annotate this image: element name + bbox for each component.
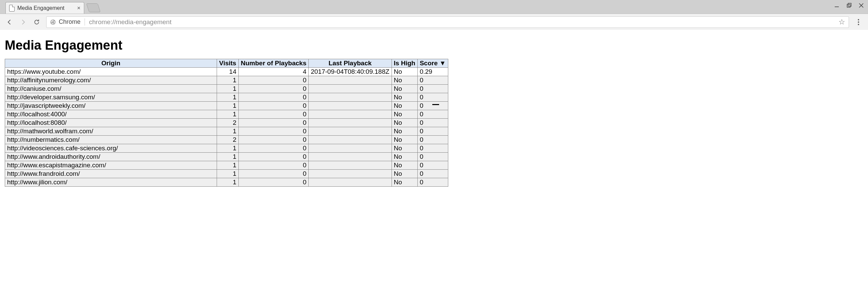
cell-last — [309, 153, 392, 161]
table-row: http://www.jilion.com/10No0 — [5, 178, 448, 187]
col-header-origin[interactable]: Origin — [5, 59, 217, 68]
forward-button[interactable] — [19, 18, 27, 26]
cell-origin: http://affinitynumerology.com/ — [5, 76, 217, 85]
tab-title: Media Engagement — [17, 5, 75, 11]
cell-ishigh: No — [392, 76, 417, 85]
cell-score: 0 — [417, 144, 448, 153]
col-header-score[interactable]: Score ▼ — [417, 59, 448, 68]
cell-playbacks: 0 — [239, 110, 309, 119]
col-header-last-playback[interactable]: Last Playback — [309, 59, 392, 68]
table-row: http://localhost:8080/20No0 — [5, 119, 448, 127]
cell-origin: http://www.jilion.com/ — [5, 178, 217, 187]
table-row: http://www.androidauthority.com/10No0 — [5, 153, 448, 161]
cell-score: 0 — [417, 127, 448, 136]
cell-playbacks: 0 — [239, 170, 309, 178]
cell-origin: http://videosciences.cafe-sciences.org/ — [5, 144, 217, 153]
cell-score: 0 — [417, 170, 448, 178]
chrome-badge: Chrome — [50, 18, 85, 26]
cell-origin: http://numbermatics.com/ — [5, 136, 217, 144]
cell-ishigh: No — [392, 93, 417, 102]
cell-visits: 1 — [217, 178, 239, 187]
cell-ishigh: No — [392, 178, 417, 187]
cell-origin: http://caniuse.com/ — [5, 85, 217, 93]
cell-visits: 1 — [217, 110, 239, 119]
browser-toolbar: Chrome chrome://media-engagement ☆ — [0, 14, 868, 30]
cell-ishigh: No — [392, 136, 417, 144]
cell-last — [309, 85, 392, 93]
table-header-row: Origin Visits Number of Playbacks Last P… — [5, 59, 448, 68]
cell-visits: 14 — [217, 68, 239, 76]
cell-playbacks: 0 — [239, 85, 309, 93]
page-content: Media Engagement Origin Visits Number of… — [0, 30, 868, 187]
cell-ishigh: No — [392, 170, 417, 178]
browser-tab[interactable]: Media Engagement × — [5, 2, 84, 14]
cell-ishigh: No — [392, 144, 417, 153]
cell-score: 0 — [417, 93, 448, 102]
cell-ishigh: No — [392, 102, 417, 110]
cell-score: 0 — [417, 161, 448, 170]
cell-origin: http://mathworld.wolfram.com/ — [5, 127, 217, 136]
col-header-visits[interactable]: Visits — [217, 59, 239, 68]
cell-origin: http://www.escapistmagazine.com/ — [5, 161, 217, 170]
cell-origin: http://localhost:8080/ — [5, 119, 217, 127]
chrome-label: Chrome — [59, 18, 80, 26]
cell-origin: http://www.androidauthority.com/ — [5, 153, 217, 161]
cell-score: 0 — [417, 119, 448, 127]
url-text: chrome://media-engagement — [89, 18, 838, 26]
cell-playbacks: 0 — [239, 161, 309, 170]
address-bar[interactable]: Chrome chrome://media-engagement ☆ — [46, 16, 849, 28]
new-tab-button[interactable] — [86, 3, 101, 12]
col-header-playbacks[interactable]: Number of Playbacks — [239, 59, 309, 68]
cell-last — [309, 76, 392, 85]
cell-visits: 1 — [217, 76, 239, 85]
table-row: http://www.escapistmagazine.com/10No0 — [5, 161, 448, 170]
cell-playbacks: 4 — [239, 68, 309, 76]
cell-origin: https://www.youtube.com/ — [5, 68, 217, 76]
cell-origin: http://localhost:4000/ — [5, 110, 217, 119]
cell-origin: http://www.frandroid.com/ — [5, 170, 217, 178]
tab-strip: Media Engagement × — [0, 0, 868, 14]
cell-visits: 1 — [217, 144, 239, 153]
cell-last — [309, 110, 392, 119]
page-title: Media Engagement — [5, 38, 863, 53]
cell-ishigh: No — [392, 161, 417, 170]
table-row: http://javascriptweekly.com/10No0 — [5, 102, 448, 110]
cell-score: 0 — [417, 153, 448, 161]
decorative-dash — [432, 104, 439, 105]
cell-last — [309, 170, 392, 178]
cell-playbacks: 0 — [239, 178, 309, 187]
table-row: http://localhost:4000/10No0 — [5, 110, 448, 119]
cell-last — [309, 119, 392, 127]
cell-visits: 1 — [217, 127, 239, 136]
cell-last — [309, 127, 392, 136]
table-row: http://caniuse.com/10No0 — [5, 85, 448, 93]
cell-ishigh: No — [392, 68, 417, 76]
reload-button[interactable] — [33, 18, 41, 26]
table-row: http://videosciences.cafe-sciences.org/1… — [5, 144, 448, 153]
cell-playbacks: 0 — [239, 153, 309, 161]
table-row: http://developer.samsung.com/10No0 — [5, 93, 448, 102]
table-row: http://www.frandroid.com/10No0 — [5, 170, 448, 178]
table-row: http://mathworld.wolfram.com/10No0 — [5, 127, 448, 136]
menu-button[interactable] — [854, 19, 863, 25]
cell-visits: 1 — [217, 93, 239, 102]
col-header-is-high[interactable]: Is High — [392, 59, 417, 68]
back-button[interactable] — [5, 18, 14, 26]
table-row: http://affinitynumerology.com/10No0 — [5, 76, 448, 85]
tab-close-icon[interactable]: × — [77, 5, 80, 11]
cell-last — [309, 161, 392, 170]
cell-ishigh: No — [392, 127, 417, 136]
browser-chrome: Media Engagement × Chrome chrome://media… — [0, 0, 868, 30]
engagement-table: Origin Visits Number of Playbacks Last P… — [5, 59, 448, 187]
cell-score: 0 — [417, 85, 448, 93]
cell-last — [309, 178, 392, 187]
cell-playbacks: 0 — [239, 102, 309, 110]
cell-playbacks: 0 — [239, 93, 309, 102]
cell-playbacks: 0 — [239, 136, 309, 144]
cell-visits: 1 — [217, 153, 239, 161]
bookmark-star-icon[interactable]: ☆ — [838, 18, 845, 27]
cell-score: 0 — [417, 178, 448, 187]
cell-playbacks: 0 — [239, 76, 309, 85]
cell-last: 2017-09-04T08:40:09.188Z — [309, 68, 392, 76]
cell-last — [309, 144, 392, 153]
